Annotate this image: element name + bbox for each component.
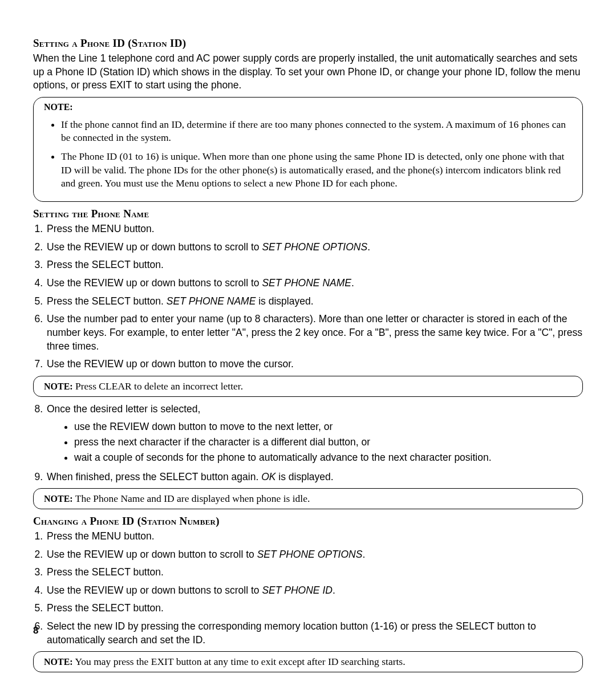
step-emphasis: OK (261, 471, 275, 482)
step-text: . (362, 549, 365, 560)
page-number: 8 (33, 625, 38, 636)
step-emphasis: SET PHONE OPTIONS (262, 241, 367, 253)
note-inline-text: The Phone Name and ID are displayed when… (73, 493, 310, 504)
step-text: . (351, 277, 354, 289)
step-emphasis: SET PHONE OPTIONS (257, 549, 363, 560)
step-sub-bullets: use the REVIEW down button to move to th… (47, 419, 583, 465)
step-item: When finished, press the SELECT button a… (46, 470, 583, 484)
steps-set-phone-name-b: Once the desired letter is selected, use… (33, 403, 583, 484)
sub-bullet: press the next character if the characte… (74, 435, 583, 450)
step-item: Use the REVIEW up or down button to move… (46, 358, 583, 371)
step-item: Use the REVIEW up or down buttons to scr… (46, 241, 583, 254)
heading-change-phone-id: Changing a Phone ID (Station Number) (33, 515, 583, 527)
note-inline-text: You may press the EXIT button at any tim… (73, 656, 406, 667)
step-text: Use the REVIEW up or down buttons to scr… (47, 585, 262, 596)
note-label: NOTE: (44, 102, 73, 112)
note-bullet: The Phone ID (01 to 16) is unique. When … (61, 150, 572, 190)
note-label: NOTE: (44, 382, 73, 391)
paragraph-set-phone-id: When the Line 1 telephone cord and AC po… (33, 52, 583, 92)
step-item: Press the SELECT button. (46, 566, 583, 579)
step-item: Press the SELECT button. (46, 258, 583, 272)
step-text: When finished, press the SELECT button a… (47, 471, 261, 482)
note-bullet: If the phone cannot find an ID, determin… (61, 118, 572, 145)
note-box-phone-id: NOTE: If the phone cannot find an ID, de… (33, 97, 583, 202)
note-label: NOTE: (44, 657, 73, 667)
step-item: Use the REVIEW up or down button to scro… (46, 548, 583, 562)
manual-page: Setting a Phone ID (Station ID) When the… (0, 0, 616, 698)
note-bullets: If the phone cannot find an ID, determin… (44, 118, 572, 190)
step-emphasis: SET PHONE NAME (167, 295, 256, 307)
sub-bullet: use the REVIEW down button to move to th… (74, 419, 583, 435)
step-item: Press the SELECT button. SET PHONE NAME … (46, 295, 583, 309)
note-box-name-idle: NOTE: The Phone Name and ID are displaye… (33, 488, 583, 509)
step-text: Use the REVIEW up or down buttons to scr… (47, 241, 262, 253)
steps-set-phone-name-a: Press the MENU button. Use the REVIEW up… (33, 222, 583, 371)
steps-change-phone-id: Press the MENU button. Use the REVIEW up… (33, 530, 583, 647)
step-emphasis: SET PHONE NAME (262, 277, 351, 289)
note-label: NOTE: (44, 494, 73, 504)
heading-set-phone-name: Setting the Phone Name (33, 208, 583, 220)
step-item: Use the REVIEW up or down buttons to scr… (46, 584, 583, 598)
note-box-clear: NOTE: Press CLEAR to delete an incorrect… (33, 376, 583, 397)
step-item: Press the SELECT button. (46, 602, 583, 615)
note-inline-text: Press CLEAR to delete an incorrect lette… (73, 380, 243, 392)
step-text: . (333, 585, 335, 596)
step-item: Use the REVIEW up or down buttons to scr… (46, 277, 583, 290)
step-item: Select the new ID by pressing the corres… (46, 620, 583, 647)
step-emphasis: SET PHONE ID (262, 585, 333, 596)
step-text: is displayed. (256, 295, 313, 307)
step-item: Once the desired letter is selected, use… (46, 403, 583, 466)
step-item: Use the number pad to enter your name (u… (46, 313, 583, 353)
step-text: Press the SELECT button. (47, 295, 167, 307)
step-text: Use the REVIEW up or down button to scro… (47, 549, 257, 560)
step-text: Once the desired letter is selected, (47, 403, 200, 415)
step-item: Press the MENU button. (46, 530, 583, 543)
step-text: . (367, 241, 370, 253)
step-text: is displayed. (275, 471, 333, 482)
sub-bullet: wait a couple of seconds for the phone t… (74, 450, 583, 465)
note-box-exit: NOTE: You may press the EXIT button at a… (33, 651, 583, 672)
step-text: Use the REVIEW up or down buttons to scr… (47, 277, 262, 289)
heading-set-phone-id: Setting a Phone ID (Station ID) (33, 37, 583, 50)
step-item: Press the MENU button. (46, 222, 583, 236)
